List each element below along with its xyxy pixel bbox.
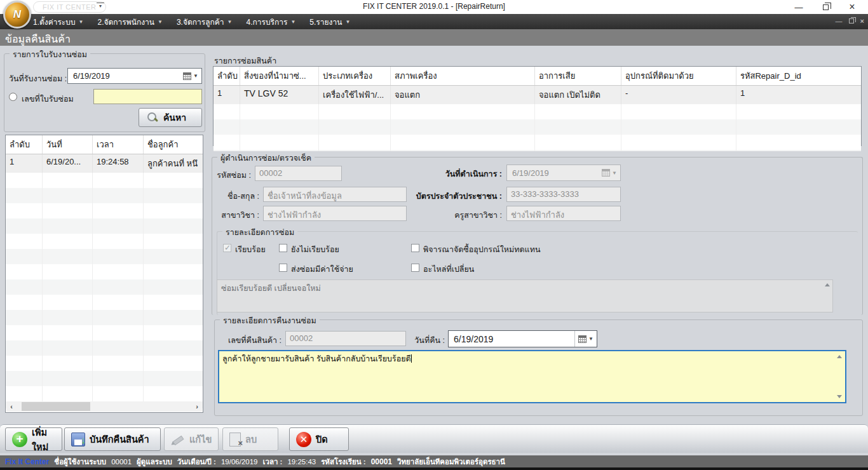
- checkbox-unchecked-icon: [411, 244, 419, 252]
- restore-icon: [823, 4, 829, 10]
- repair-items-table: ลำดับ สิ่งของที่นำมาซ่... ประเภทเครื่อง …: [213, 66, 862, 146]
- checkbox-unchecked-icon: [279, 264, 287, 272]
- status-user-name: ผู้ดูแลระบบ: [137, 456, 172, 467]
- receive-date-value: 6/19/2019: [68, 71, 180, 81]
- plus-icon: +: [12, 432, 27, 447]
- mdi-restore-button[interactable]: [849, 18, 854, 24]
- save-return-button[interactable]: ↓ บันทึกคืนสินค้า: [64, 427, 161, 451]
- checkbox-unchecked-icon: [411, 264, 419, 272]
- chevron-down-icon: ▼: [79, 19, 84, 25]
- text-cursor: [411, 354, 412, 363]
- app-logo[interactable]: N: [3, 1, 31, 29]
- checkbox-not-done[interactable]: ยังไม่เรียบร้อย: [279, 243, 339, 256]
- status-brand: Fix It Center: [5, 457, 49, 466]
- window-bottom-border: [0, 467, 868, 470]
- delete-button: × ลบ: [222, 427, 278, 451]
- repair-code-field: 00002: [255, 166, 342, 181]
- operation-date-picker: 6/19/2019 ▼: [506, 164, 621, 181]
- repair-details-title: รายละเอียดการซ่อม: [222, 226, 297, 239]
- status-user-code: 00001: [111, 458, 132, 466]
- status-school-code: 00001: [371, 457, 392, 466]
- receipt-list-empty-rows: [6, 173, 203, 408]
- teacher-field: ช่างไฟฟ้ากำลัง: [506, 206, 621, 221]
- repair-code-label: รหัสซ่อม :: [217, 169, 251, 182]
- column-header[interactable]: สภาพเครื่อง: [391, 67, 535, 85]
- column-header[interactable]: วันที่: [43, 135, 93, 154]
- menu-item-staff[interactable]: 2.จัดการพนักงาน▼: [97, 16, 162, 28]
- receipt-number-label: เลขที่ใบรับซ่อม: [22, 93, 74, 105]
- checkbox-checked-icon: ✓: [223, 244, 231, 252]
- chevron-down-icon: ▼: [345, 19, 350, 25]
- receipt-number-radio[interactable]: [9, 93, 17, 101]
- quick-access-toolbar-icon[interactable]: ▾: [97, 3, 104, 9]
- return-number-field: 00002: [285, 331, 406, 346]
- restore-button[interactable]: [812, 0, 839, 14]
- department-label: สาขาวิชา :: [217, 209, 259, 222]
- page-title: ข้อมูลคืนสินค้า: [0, 29, 868, 46]
- column-header[interactable]: เวลา: [93, 135, 144, 154]
- scroll-left-icon[interactable]: ‹: [6, 403, 17, 410]
- department-field: ช่างไฟฟ้ากำลัง: [263, 206, 407, 221]
- checkbox-unchecked-icon: [279, 244, 287, 252]
- operator-group-title: ผู้ดำเนินการซ่อม/ตรวจเช็ค: [217, 152, 315, 164]
- column-header[interactable]: ลำดับ: [6, 135, 43, 154]
- return-note-input[interactable]: ลูกค้าให้ลูกชายมารับสินค้า รับสินค้ากลับ…: [218, 350, 846, 403]
- menu-item-customers[interactable]: 3.จัดการลูกค้า▼: [177, 16, 233, 28]
- title-bar: FIX IT CENTER 2019.0.1 - [RepairReturn] …: [0, 0, 868, 14]
- close-form-button[interactable]: ✕ ปิด: [289, 427, 349, 451]
- mdi-close-button[interactable]: ×: [860, 17, 864, 25]
- checkbox-consider-new-equipment[interactable]: พิจารณาจัดซื้ออุปกรณ์ใหม่ทดแทน: [411, 243, 540, 256]
- scrollbar-thumb[interactable]: [22, 402, 90, 411]
- column-header[interactable]: อุปกรณ์ที่ติดมาด้วย: [621, 67, 736, 85]
- return-number-label: เลขที่คืนสินค้า :: [219, 334, 281, 347]
- menu-item-services[interactable]: 4.การบริการ▼: [246, 16, 295, 28]
- column-header[interactable]: อาการเสีย: [535, 67, 621, 85]
- window-title: FIX IT CENTER 2019.0.1 - [RepairReturn]: [0, 2, 868, 11]
- column-header[interactable]: ชื่อลูกค้า: [144, 135, 203, 154]
- receive-date-picker[interactable]: 6/19/2019 ▼: [67, 68, 202, 84]
- receipt-search-group-title: รายการใบรับงานซ่อม: [10, 48, 90, 61]
- search-icon: [147, 112, 158, 123]
- status-time-value: 19:25:43: [287, 458, 316, 466]
- receipt-list-header-row: ลำดับ วันที่ เวลา ชื่อลูกค้า: [6, 135, 203, 154]
- receipt-list-row[interactable]: 1 6/19/20... 19:24:58 ลูกค้าคนที่ หนึ: [6, 154, 203, 173]
- scroll-right-icon[interactable]: ›: [192, 403, 202, 410]
- fullname-field: ชื่อเจ้าหน้าที่ลงข้อมูล: [263, 187, 407, 202]
- status-date-label: วัน/เดือน/ปี :: [177, 456, 216, 467]
- receipt-number-input[interactable]: [93, 89, 202, 104]
- app-title-pill[interactable]: FIX IT CENTER: [33, 1, 106, 13]
- search-button[interactable]: ค้นหา: [139, 108, 202, 127]
- app-window: FIX IT CENTER 2019.0.1 - [RepairReturn] …: [0, 0, 868, 470]
- add-new-button[interactable]: + เพิ่มใหม่: [5, 427, 62, 451]
- logo-letter: N: [13, 8, 21, 21]
- operation-date-value: 6/19/2019: [507, 168, 599, 178]
- scroll-up-icon: [825, 283, 830, 286]
- status-bar: Fix It Center ชื่อผู้ใช้งานระบบ 00001 ผู…: [0, 455, 868, 467]
- mdi-minimize-button[interactable]: —: [836, 17, 843, 25]
- checkbox-paid-repair[interactable]: ส่งซ่อมมีค่าใช้จ่าย: [279, 263, 353, 276]
- status-user-label: ชื่อผู้ใช้งานระบบ: [54, 456, 106, 467]
- menu-item-system-settings[interactable]: 1.ตั้งค่าระบบ▼: [33, 16, 83, 28]
- status-date-value: 19/06/2019: [221, 458, 258, 466]
- checkbox-replaced-parts[interactable]: อะไหล่ที่เปลี่ยน: [411, 263, 474, 276]
- column-header[interactable]: ลำดับ: [214, 67, 240, 85]
- return-date-picker[interactable]: 6/19/2019 ▼: [448, 330, 597, 347]
- repair-items-header-row: ลำดับ สิ่งของที่นำมาซ่... ประเภทเครื่อง …: [214, 67, 861, 86]
- column-header[interactable]: รหัสRepair_D_id: [736, 67, 861, 85]
- return-date-label: วันที่คืน :: [410, 334, 445, 347]
- repair-item-row[interactable]: 1 TV LGV 52 เครื่องใช้ไฟฟ้า/... จอแตก จอ…: [214, 86, 861, 104]
- scroll-down-icon: [837, 395, 842, 398]
- edit-button: แก้ไข: [164, 427, 219, 451]
- horizontal-scrollbar[interactable]: ‹ ›: [6, 401, 202, 412]
- column-header[interactable]: ประเภทเครื่อง: [319, 67, 391, 85]
- column-header[interactable]: สิ่งของที่นำมาซ่...: [240, 67, 319, 85]
- mdi-window-controls: — ×: [836, 17, 864, 25]
- menu-item-reports[interactable]: 5.รายงาน▼: [309, 16, 350, 28]
- checkbox-done[interactable]: ✓ เรียบร้อย: [223, 243, 266, 256]
- close-button[interactable]: ×: [839, 0, 865, 14]
- repair-items-empty-rows: [214, 104, 861, 151]
- minimize-button[interactable]: —: [785, 0, 812, 14]
- status-time-label: เวลา :: [263, 456, 283, 467]
- chevron-down-icon: ▼: [158, 19, 163, 25]
- return-date-value: 6/19/2019: [449, 334, 574, 344]
